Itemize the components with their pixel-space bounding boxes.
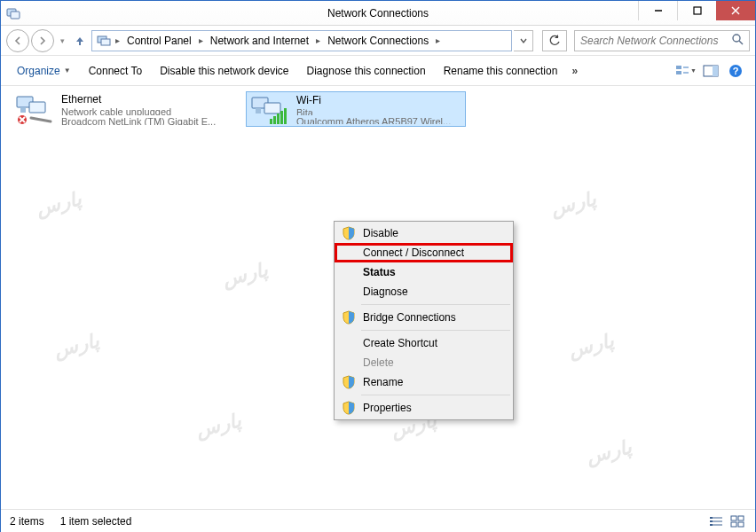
item-name: Ethernet bbox=[61, 93, 216, 106]
svg-rect-28 bbox=[273, 116, 276, 124]
forward-button[interactable] bbox=[31, 29, 54, 52]
minimize-button[interactable] bbox=[638, 1, 677, 20]
back-button[interactable] bbox=[6, 29, 29, 52]
crumb-arrow[interactable]: ▸ bbox=[197, 35, 205, 45]
close-button[interactable] bbox=[716, 1, 755, 20]
app-icon bbox=[1, 6, 26, 20]
menu-status[interactable]: Status bbox=[336, 262, 511, 282]
disable-device-button[interactable]: Disable this network device bbox=[153, 61, 295, 81]
menu-rename[interactable]: Rename bbox=[336, 372, 511, 392]
watermark: پارس bbox=[549, 187, 599, 221]
search-box[interactable] bbox=[574, 30, 750, 51]
svg-rect-3 bbox=[694, 7, 701, 14]
chevron-down-icon: ▼ bbox=[64, 66, 71, 74]
shield-icon bbox=[342, 226, 356, 240]
svg-rect-20 bbox=[20, 107, 26, 113]
menu-label: Bridge Connections bbox=[363, 311, 456, 324]
ethernet-icon bbox=[15, 93, 56, 125]
menu-label: Diagnose bbox=[363, 286, 408, 298]
wifi-icon bbox=[250, 94, 291, 126]
rename-connection-button[interactable]: Rename this connection bbox=[437, 61, 565, 81]
menu-label: Status bbox=[363, 266, 396, 278]
svg-rect-15 bbox=[713, 66, 718, 76]
menu-bridge[interactable]: Bridge Connections bbox=[336, 308, 511, 327]
search-input[interactable] bbox=[580, 35, 744, 47]
maximize-button[interactable] bbox=[677, 1, 716, 20]
svg-rect-39 bbox=[738, 516, 744, 520]
svg-rect-1 bbox=[11, 12, 20, 19]
toolbar: Organize▼ Connect To Disable this networ… bbox=[1, 56, 755, 86]
item-status: Bita bbox=[296, 106, 451, 115]
menu-label: Delete bbox=[363, 356, 394, 369]
svg-rect-31 bbox=[284, 108, 287, 124]
svg-rect-29 bbox=[277, 113, 280, 124]
content-area[interactable]: پارس پارس پارس پارس پارس پارس پارس پارس … bbox=[1, 86, 755, 503]
network-item-ethernet[interactable]: Ethernet Network cable unplugged Broadco… bbox=[12, 91, 232, 127]
menu-create-shortcut[interactable]: Create Shortcut bbox=[336, 333, 511, 353]
svg-text:?: ? bbox=[733, 66, 739, 76]
help-button[interactable]: ? bbox=[725, 60, 746, 82]
menu-separator bbox=[361, 304, 510, 305]
menu-disable[interactable]: Disable bbox=[336, 223, 511, 243]
menu-diagnose[interactable]: Diagnose bbox=[336, 282, 511, 301]
crumb-arrow[interactable]: ▸ bbox=[314, 35, 322, 45]
menu-label: Disable bbox=[363, 227, 398, 239]
history-dropdown[interactable]: ▾ bbox=[56, 29, 68, 52]
svg-rect-27 bbox=[270, 119, 272, 124]
watermark: پارس bbox=[221, 258, 271, 292]
shield-icon bbox=[342, 375, 356, 389]
svg-rect-25 bbox=[264, 103, 280, 113]
watermark: پارس bbox=[35, 187, 84, 221]
menu-label: Properties bbox=[363, 402, 412, 414]
refresh-button[interactable] bbox=[542, 30, 567, 51]
svg-rect-11 bbox=[676, 71, 681, 74]
svg-rect-36 bbox=[710, 520, 713, 522]
diagnose-connection-button[interactable]: Diagnose this connection bbox=[300, 61, 433, 81]
network-item-wifi[interactable]: Wi-Fi Bita Qualcomm Atheros AR5B97 Wirel… bbox=[246, 91, 466, 127]
status-count: 2 items bbox=[10, 515, 44, 528]
svg-rect-35 bbox=[710, 517, 713, 519]
address-bar[interactable]: ▸ Control Panel ▸ Network and Internet ▸… bbox=[91, 30, 512, 51]
menu-delete: Delete bbox=[336, 353, 511, 372]
item-status: Network cable unplugged bbox=[61, 106, 216, 115]
svg-rect-10 bbox=[676, 66, 681, 69]
connect-to-button[interactable]: Connect To bbox=[82, 61, 150, 81]
item-device: Qualcomm Atheros AR5B97 Wirel... bbox=[296, 115, 451, 124]
shield-icon bbox=[342, 401, 356, 415]
svg-rect-19 bbox=[29, 102, 45, 113]
watermark: پارس bbox=[585, 435, 634, 469]
svg-rect-26 bbox=[256, 108, 261, 113]
large-icons-view-button[interactable] bbox=[728, 514, 746, 528]
up-button[interactable] bbox=[70, 29, 90, 52]
menu-separator bbox=[361, 395, 510, 395]
context-menu: Disable Connect / Disconnect Status Diag… bbox=[334, 221, 514, 420]
breadcrumb-network-connections[interactable]: Network Connections bbox=[324, 35, 432, 47]
folder-icon bbox=[96, 33, 112, 49]
svg-rect-38 bbox=[731, 516, 736, 520]
crumb-arrow[interactable]: ▸ bbox=[434, 35, 442, 45]
status-bar: 2 items 1 item selected bbox=[1, 509, 755, 532]
details-view-button[interactable] bbox=[707, 514, 725, 528]
preview-pane-button[interactable] bbox=[700, 60, 721, 82]
crumb-arrow[interactable]: ▸ bbox=[114, 35, 122, 45]
navigation-row: ▾ ▸ Control Panel ▸ Network and Internet… bbox=[1, 26, 755, 56]
watermark: پارس bbox=[52, 329, 102, 363]
address-dropdown[interactable] bbox=[514, 30, 533, 51]
breadcrumb-control-panel[interactable]: Control Panel bbox=[123, 35, 195, 47]
toolbar-overflow[interactable]: » bbox=[568, 65, 581, 77]
svg-rect-40 bbox=[731, 522, 736, 527]
menu-properties[interactable]: Properties bbox=[336, 398, 511, 418]
breadcrumb-network-internet[interactable]: Network and Internet bbox=[207, 35, 312, 47]
organize-label: Organize bbox=[17, 65, 60, 77]
title-bar: Network Connections bbox=[1, 1, 755, 26]
watermark: پارس bbox=[567, 329, 617, 363]
shield-icon bbox=[342, 310, 356, 325]
organize-button[interactable]: Organize▼ bbox=[10, 61, 78, 81]
menu-label: Connect / Disconnect bbox=[363, 246, 464, 259]
menu-label: Create Shortcut bbox=[363, 337, 437, 349]
svg-rect-37 bbox=[710, 524, 713, 526]
view-options-button[interactable]: ▼ bbox=[675, 60, 697, 82]
menu-connect-disconnect[interactable]: Connect / Disconnect bbox=[336, 243, 511, 262]
menu-separator bbox=[361, 330, 510, 331]
svg-rect-7 bbox=[101, 39, 110, 45]
